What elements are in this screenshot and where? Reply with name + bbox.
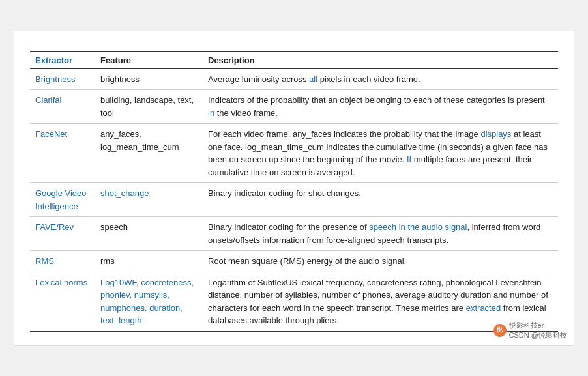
- cell-feature: Log10WF, concreteness, phonlev, numsylls…: [95, 272, 203, 332]
- cell-description: Root mean square (RMS) energy of the aud…: [203, 251, 558, 272]
- cell-feature: any_faces, log_mean_time_cum: [95, 124, 203, 183]
- cell-extractor: FAVE/Rev: [30, 217, 95, 251]
- main-table: Extractor Feature Description Brightness…: [30, 51, 558, 332]
- cell-extractor: RMS: [30, 251, 95, 272]
- cell-feature: building, landscape, text, tool: [95, 90, 203, 124]
- table-row: FAVE/RevspeechBinary indicator coding fo…: [30, 217, 558, 251]
- watermark-logo: 悦: [493, 324, 507, 337]
- table-row: Lexical normsLog10WF, concreteness, phon…: [30, 272, 558, 332]
- cell-extractor: Google Video Intelligence: [30, 183, 95, 217]
- cell-extractor: Clarifai: [30, 90, 95, 124]
- cell-extractor: FaceNet: [30, 124, 95, 183]
- table-row: RMSrmsRoot mean square (RMS) energy of t…: [30, 251, 558, 272]
- cell-extractor: Lexical norms: [30, 272, 95, 332]
- watermark: 悦 悦影科技erCSDN @悦影科技: [493, 321, 567, 340]
- col-header-feature: Feature: [95, 51, 203, 69]
- cell-feature: shot_change: [95, 183, 203, 217]
- cell-description: Indicators of the probability that an ob…: [203, 90, 558, 124]
- cell-feature: speech: [95, 217, 203, 251]
- table-row: Google Video Intelligenceshot_changeBina…: [30, 183, 558, 217]
- col-header-extractor: Extractor: [30, 51, 95, 69]
- col-header-description: Description: [203, 51, 558, 69]
- table-row: Clarifaibuilding, landscape, text, toolI…: [30, 90, 558, 124]
- cell-feature: brightness: [95, 68, 203, 90]
- table-header-row: Extractor Feature Description: [30, 51, 558, 69]
- cell-description: Average luminosity across all pixels in …: [203, 68, 558, 90]
- page-container: Extractor Feature Description Brightness…: [14, 31, 574, 346]
- cell-feature: rms: [95, 251, 203, 272]
- cell-description: Binary indicator coding for shot changes…: [203, 183, 558, 217]
- cell-extractor: Brightness: [30, 68, 95, 90]
- watermark-text: 悦影科技erCSDN @悦影科技: [509, 321, 567, 340]
- table-row: FaceNetany_faces, log_mean_time_cumFor e…: [30, 124, 558, 183]
- cell-description: For each video frame, any_faces indicate…: [203, 124, 558, 183]
- table-row: BrightnessbrightnessAverage luminosity a…: [30, 68, 558, 90]
- cell-description: Binary indicator coding for the presence…: [203, 217, 558, 251]
